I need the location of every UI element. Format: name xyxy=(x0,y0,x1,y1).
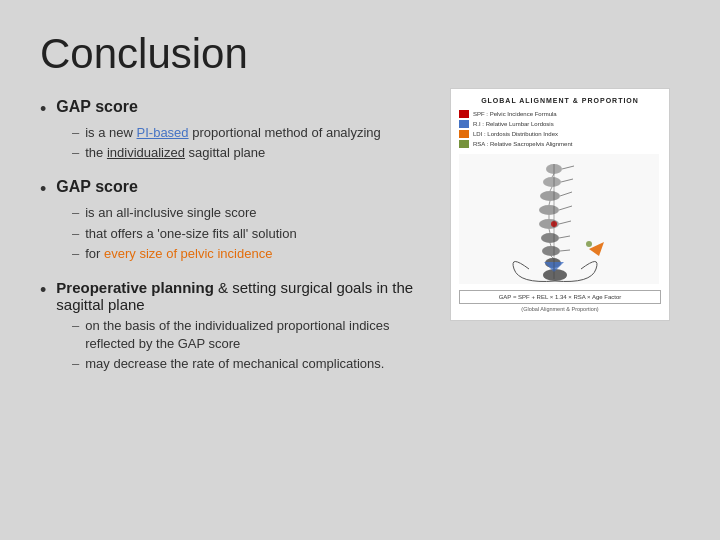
sub-text-1-2: the individualized sagittal plane xyxy=(85,144,265,162)
pelvic-incidence-highlight: every size of pelvic incidence xyxy=(104,246,272,261)
slide-title: Conclusion xyxy=(40,30,680,78)
sub-text-2-1: is an all-inclusive single score xyxy=(85,204,256,222)
svg-point-6 xyxy=(541,233,559,243)
legend-color-2 xyxy=(459,120,469,128)
sub-text-2-2: that offers a 'one-size fits all' soluti… xyxy=(85,225,296,243)
sub-text-3-2: may decrease the rate of mechanical comp… xyxy=(85,355,384,373)
legend-item-4: RSA : Relative Sacropelvis Alignment xyxy=(459,140,661,148)
sub-text-3-1: on the basis of the individualized propo… xyxy=(85,317,430,353)
sub-bullet-2-3: – for every size of pelvic incidence xyxy=(72,245,430,263)
section2-sub-bullets: – is an all-inclusive single score – tha… xyxy=(72,204,430,263)
dash-2-2: – xyxy=(72,225,79,243)
spine-diagram xyxy=(459,154,661,284)
svg-point-3 xyxy=(540,191,560,201)
legend-item-3: LDI : Lordosis Distribution Index xyxy=(459,130,661,138)
section2-heading: GAP score xyxy=(56,178,138,196)
right-column: GLOBAL ALIGNMENT & PROPORTION SPF : Pelv… xyxy=(450,88,680,390)
individualized-highlight: individualized xyxy=(107,145,185,160)
panel-title: GLOBAL ALIGNMENT & PROPORTION xyxy=(459,97,661,104)
bullet-row-1: • GAP score xyxy=(40,98,430,120)
section3-heading: Preoperative planning & setting surgical… xyxy=(56,279,430,313)
dash-1-1: – xyxy=(72,124,79,142)
dash-2-1: – xyxy=(72,204,79,222)
spine-svg xyxy=(459,154,659,284)
legend-label-2: R.I : Relative Lumbar Lordosis xyxy=(473,121,554,127)
slide: Conclusion • GAP score – is a new PI-bas… xyxy=(0,0,720,540)
bullet-dot-3: • xyxy=(40,280,46,301)
pi-based-highlight: PI-based xyxy=(137,125,189,140)
sub-text-1-1: is a new PI-based proportional method of… xyxy=(85,124,381,142)
bullet-row-2: • GAP score xyxy=(40,178,430,200)
sub-bullet-1-2: – the individualized sagittal plane xyxy=(72,144,430,162)
left-column: • GAP score – is a new PI-based proporti… xyxy=(40,98,450,390)
legend-color-4 xyxy=(459,140,469,148)
legend-label-1: SPF : Pelvic Incidence Formula xyxy=(473,111,557,117)
dash-3-2: – xyxy=(72,355,79,373)
formula-sub-text: (Global Alignment & Proportion) xyxy=(459,306,661,312)
sub-bullet-2-1: – is an all-inclusive single score xyxy=(72,204,430,222)
formula-text: GAP = SPF + REL × 1.34 × RSA × Age Facto… xyxy=(499,294,622,300)
content-area: • GAP score – is a new PI-based proporti… xyxy=(40,98,680,390)
bullet-row-3: • Preoperative planning & setting surgic… xyxy=(40,279,430,313)
image-panel: GLOBAL ALIGNMENT & PROPORTION SPF : Pelv… xyxy=(450,88,670,321)
svg-point-4 xyxy=(539,205,559,215)
legend-label-3: LDI : Lordosis Distribution Index xyxy=(473,131,558,137)
section3-sub-bullets: – on the basis of the individualized pro… xyxy=(72,317,430,374)
section1-sub-bullets: – is a new PI-based proportional method … xyxy=(72,124,430,162)
dash-2-3: – xyxy=(72,245,79,263)
legend-items: SPF : Pelvic Incidence Formula R.I : Rel… xyxy=(459,110,661,148)
legend-item-1: SPF : Pelvic Incidence Formula xyxy=(459,110,661,118)
sub-text-2-3: for every size of pelvic incidence xyxy=(85,245,272,263)
legend-color-1 xyxy=(459,110,469,118)
sub-bullet-3-1: – on the basis of the individualized pro… xyxy=(72,317,430,353)
legend-label-4: RSA : Relative Sacropelvis Alignment xyxy=(473,141,572,147)
sub-bullet-2-2: – that offers a 'one-size fits all' solu… xyxy=(72,225,430,243)
svg-point-2 xyxy=(543,177,561,187)
bullet-dot-2: • xyxy=(40,179,46,200)
formula-box: GAP = SPF + REL × 1.34 × RSA × Age Facto… xyxy=(459,290,661,304)
legend-item-2: R.I : Relative Lumbar Lordosis xyxy=(459,120,661,128)
sub-bullet-3-2: – may decrease the rate of mechanical co… xyxy=(72,355,430,373)
dash-1-2: – xyxy=(72,144,79,162)
svg-point-28 xyxy=(586,241,592,247)
bullet-dot-1: • xyxy=(40,99,46,120)
section1-heading: GAP score xyxy=(56,98,138,116)
legend-color-3 xyxy=(459,130,469,138)
preop-bold-text: Preoperative planning xyxy=(56,279,214,296)
svg-point-7 xyxy=(542,246,560,256)
sub-bullet-1-1: – is a new PI-based proportional method … xyxy=(72,124,430,142)
bullet-section-2: • GAP score – is an all-inclusive single… xyxy=(40,178,430,263)
dash-3-1: – xyxy=(72,317,79,335)
bullet-section-3: • Preoperative planning & setting surgic… xyxy=(40,279,430,374)
bullet-section-1: • GAP score – is a new PI-based proporti… xyxy=(40,98,430,162)
